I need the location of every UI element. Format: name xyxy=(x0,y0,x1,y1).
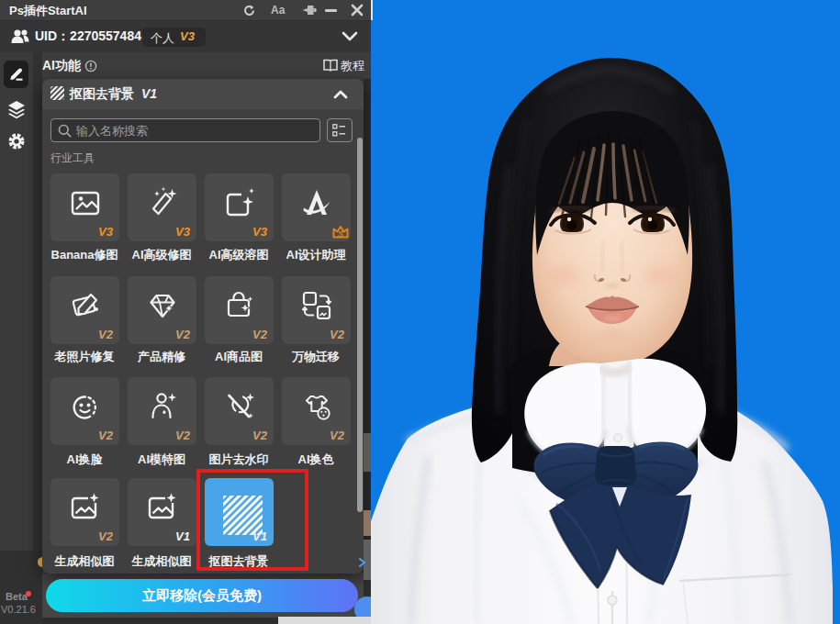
svg-text:S: S xyxy=(338,229,343,239)
